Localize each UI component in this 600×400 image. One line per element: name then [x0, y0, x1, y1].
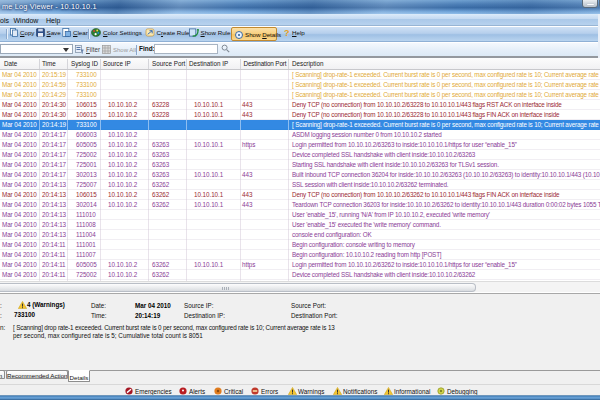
svg-text:?: ?: [284, 28, 290, 37]
